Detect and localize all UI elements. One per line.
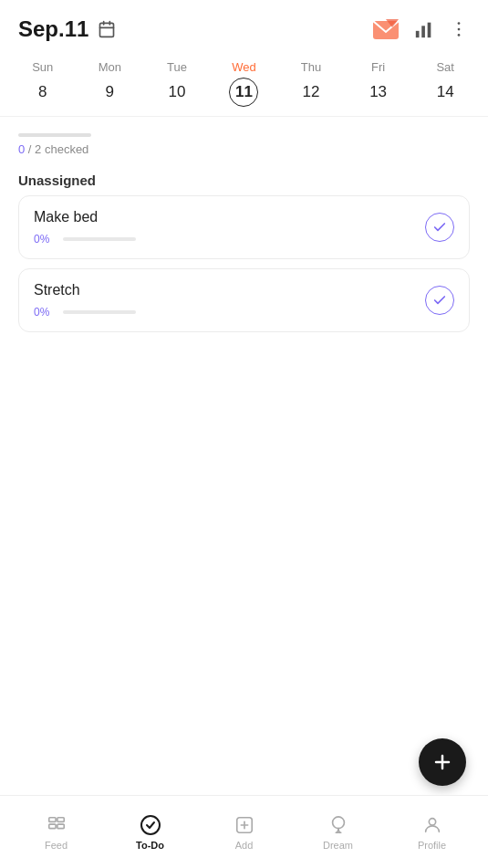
header-right [371, 15, 470, 44]
nav-profile[interactable]: Profile [405, 814, 460, 851]
svg-point-22 [429, 818, 435, 824]
nav-add[interactable]: Add [217, 814, 272, 851]
svg-rect-6 [416, 31, 420, 37]
nav-profile-label: Profile [418, 840, 446, 851]
day-fri[interactable]: Fri 13 [357, 55, 400, 112]
svg-rect-8 [428, 23, 431, 37]
nav-dream-label: Dream [323, 840, 353, 851]
task-card-make-bed: Make bed 0% [18, 195, 470, 259]
day-thu[interactable]: Thu 12 [289, 55, 333, 112]
day-wed[interactable]: Wed 11 [222, 55, 265, 112]
notification-icon[interactable] [371, 15, 400, 44]
page-title: Sep.11 [18, 16, 88, 42]
task-check-make-bed[interactable] [425, 213, 454, 242]
week-row: Sun 8 Mon 9 Tue 10 Wed 11 Thu 12 Fri 13 … [0, 51, 488, 117]
bottom-nav: Feed To-Do Add [0, 795, 488, 868]
svg-point-11 [458, 34, 461, 37]
svg-rect-0 [100, 23, 114, 37]
svg-rect-17 [57, 824, 63, 829]
nav-feed-label: Feed [45, 840, 67, 851]
day-sat[interactable]: Sat 14 [423, 55, 467, 112]
calendar-icon[interactable] [96, 18, 118, 40]
nav-dream[interactable]: Dream [311, 814, 366, 851]
nav-todo-label: To-Do [136, 840, 164, 851]
svg-rect-16 [57, 817, 63, 821]
dream-icon [327, 814, 349, 836]
progress-bar [18, 133, 91, 137]
add-fab-button[interactable] [419, 738, 466, 786]
profile-icon [421, 814, 443, 836]
progress-section: 0 / 2 checked [0, 117, 488, 163]
task-progress-row: 0% [34, 306, 136, 319]
todo-icon [140, 814, 161, 836]
chart-icon[interactable] [413, 18, 435, 40]
task-progress-row: 0% [34, 233, 136, 246]
more-icon[interactable] [448, 18, 470, 40]
svg-rect-15 [48, 824, 55, 829]
svg-rect-14 [48, 817, 55, 821]
nav-add-label: Add [235, 840, 254, 851]
task-check-stretch[interactable] [425, 286, 454, 315]
nav-todo[interactable]: To-Do [123, 814, 178, 851]
task-percent: 0% [34, 233, 56, 246]
nav-feed[interactable]: Feed [29, 814, 84, 851]
task-left: Stretch 0% [34, 282, 136, 319]
task-name: Stretch [34, 282, 136, 298]
header: Sep.11 [0, 0, 488, 51]
svg-point-18 [141, 816, 160, 834]
task-bar-wrap [63, 237, 136, 241]
section-header: Unassigned [0, 163, 488, 195]
task-name: Make bed [34, 209, 136, 225]
day-sun[interactable]: Sun 8 [21, 55, 65, 112]
add-icon [234, 814, 255, 836]
progress-count: 0 [18, 142, 25, 156]
feed-icon [46, 814, 67, 836]
day-tue[interactable]: Tue 10 [155, 55, 199, 112]
svg-point-9 [458, 22, 461, 25]
progress-text: 0 / 2 checked [18, 142, 470, 156]
task-list: Make bed 0% Stretch 0% [0, 195, 488, 332]
task-bar-wrap [63, 310, 136, 314]
day-mon[interactable]: Mon 9 [88, 55, 131, 112]
task-card-stretch: Stretch 0% [18, 268, 470, 332]
svg-point-10 [458, 28, 461, 31]
progress-label: / 2 checked [28, 142, 89, 156]
task-left: Make bed 0% [34, 209, 136, 246]
svg-rect-7 [421, 26, 425, 37]
header-left: Sep.11 [18, 16, 118, 42]
task-percent: 0% [34, 306, 56, 319]
